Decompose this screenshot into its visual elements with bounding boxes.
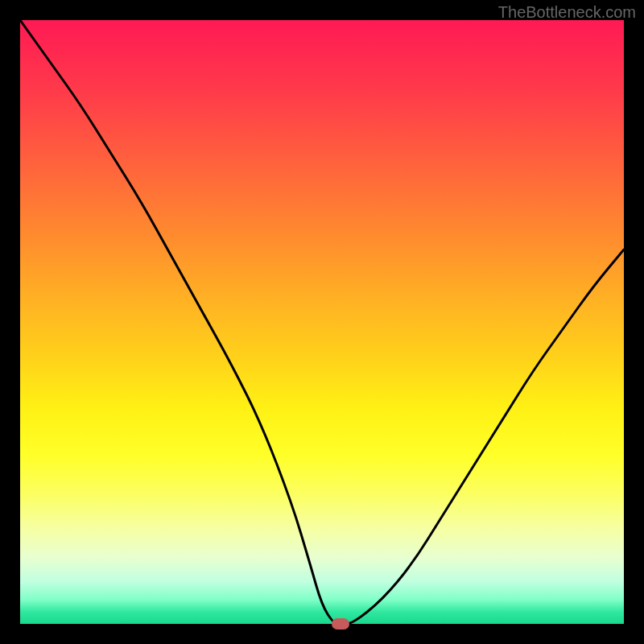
watermark-text: TheBottleneck.com bbox=[498, 3, 636, 22]
chart-marker bbox=[332, 618, 349, 630]
chart-curve bbox=[20, 20, 624, 624]
chart-plot-area bbox=[20, 20, 624, 624]
